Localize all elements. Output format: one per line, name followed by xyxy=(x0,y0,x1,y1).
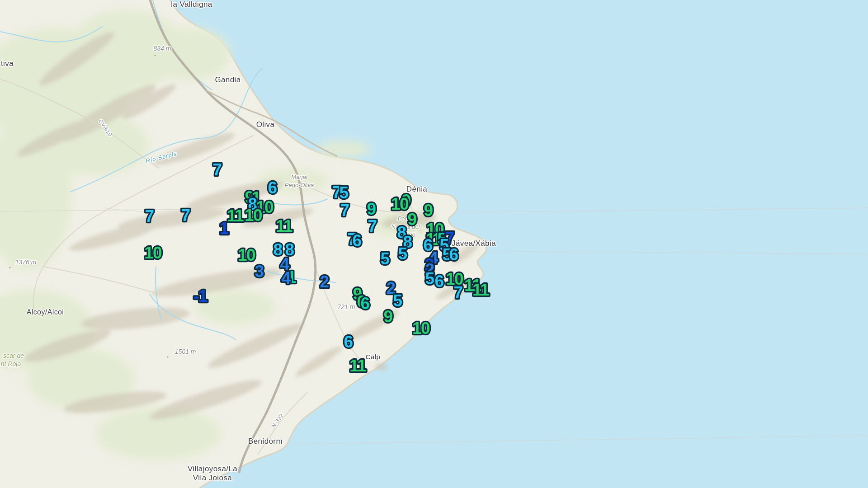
station-marker-10[interactable]: 10 xyxy=(238,246,255,264)
station-marker-11[interactable]: 11 xyxy=(276,217,292,235)
station-markers-layer: 9181011107771675797761188101034142-19109… xyxy=(0,0,868,488)
station-marker-11[interactable]: 11 xyxy=(349,357,366,375)
station-marker-5[interactable]: 5 xyxy=(339,183,348,202)
station-marker-7[interactable]: 7 xyxy=(453,283,462,302)
station-marker-7[interactable]: 7 xyxy=(340,201,349,220)
station-marker-10[interactable]: 10 xyxy=(245,206,262,225)
map-canvas[interactable]: la ValldignativaGandiaOlivaDéniaJávea/Xá… xyxy=(0,0,868,488)
station-marker-5[interactable]: 5 xyxy=(425,269,434,288)
station-marker-11[interactable]: 11 xyxy=(227,206,244,225)
station-marker-5[interactable]: 5 xyxy=(380,249,389,268)
station-marker-9[interactable]: 9 xyxy=(407,210,416,229)
station-marker-6[interactable]: 6 xyxy=(352,231,361,250)
station-marker-1[interactable]: 1 xyxy=(219,219,228,238)
station-marker-5[interactable]: 5 xyxy=(393,291,402,310)
station-marker-2[interactable]: 2 xyxy=(320,272,329,291)
station-marker-9[interactable]: 9 xyxy=(424,201,433,220)
station-marker-4[interactable]: 4 xyxy=(281,269,291,287)
station-marker-6[interactable]: 6 xyxy=(344,333,353,351)
station-marker-6[interactable]: 6 xyxy=(360,294,369,313)
station-marker-7[interactable]: 7 xyxy=(181,206,189,225)
station-marker-6[interactable]: 6 xyxy=(434,272,443,291)
station-marker-7[interactable]: 7 xyxy=(145,207,153,225)
station-marker-9[interactable]: 9 xyxy=(383,307,392,326)
station-marker-7[interactable]: 7 xyxy=(368,217,376,235)
station-marker-10[interactable]: 10 xyxy=(391,195,409,213)
station-marker-3[interactable]: 3 xyxy=(255,262,264,281)
station-marker-11[interactable]: 11 xyxy=(472,281,489,299)
station-marker-9[interactable]: 9 xyxy=(367,200,376,218)
station-marker-5[interactable]: 5 xyxy=(398,244,407,263)
station-marker-6[interactable]: 6 xyxy=(449,245,458,264)
station-marker-10[interactable]: 10 xyxy=(412,319,430,338)
station-marker-6[interactable]: 6 xyxy=(268,178,277,197)
station-marker-7[interactable]: 7 xyxy=(212,160,221,179)
station-marker-10[interactable]: 10 xyxy=(144,244,162,262)
station-marker--1[interactable]: -1 xyxy=(193,287,208,305)
